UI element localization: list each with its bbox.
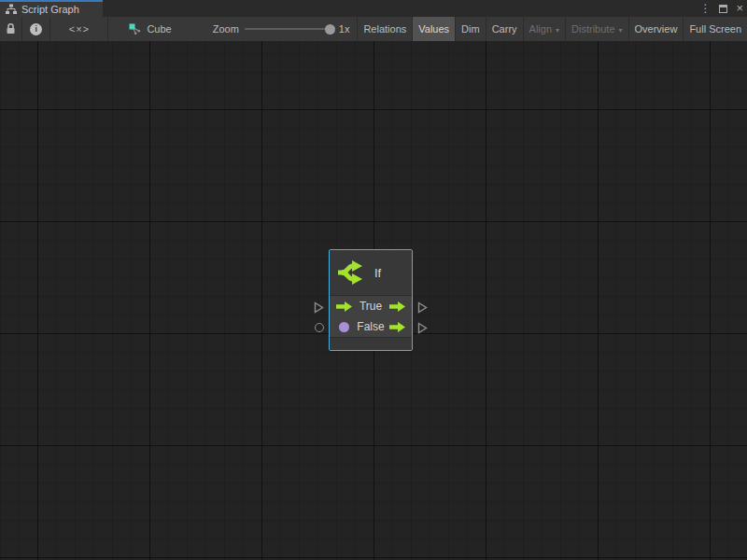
zoom-control: Zoom 1x: [205, 17, 358, 41]
close-icon[interactable]: ×: [736, 0, 743, 17]
full-screen-button[interactable]: Full Screen: [684, 17, 747, 41]
graph-canvas[interactable]: If True False: [0, 41, 747, 560]
outer-condition-circle[interactable]: [315, 323, 324, 332]
lock-icon: [6, 22, 16, 35]
window-menu-icon[interactable]: ⋮: [699, 0, 711, 17]
tab-bar: Script Graph ⋮ ×: [0, 0, 747, 17]
false-flow-output-port[interactable]: [389, 322, 405, 332]
outer-false-output-triangle[interactable]: [417, 322, 428, 334]
values-button[interactable]: Values: [413, 17, 455, 41]
graph-target-icon: [129, 23, 141, 35]
maximize-icon[interactable]: [719, 5, 727, 13]
if-node-header[interactable]: If: [330, 250, 412, 295]
tab-script-graph[interactable]: Script Graph: [0, 0, 103, 17]
port-row-true: True: [330, 296, 412, 316]
outer-flow-input-triangle[interactable]: [314, 301, 324, 314]
variables-toggle-button[interactable]: <×>: [50, 17, 107, 41]
carry-button[interactable]: Carry: [486, 17, 523, 41]
overview-button[interactable]: Overview: [629, 17, 684, 41]
graph-hierarchy-icon: [6, 4, 17, 15]
true-flow-output-port[interactable]: [389, 301, 405, 312]
toolbar-button-group: Relations Values Dim Carry Align ▾ Distr…: [357, 17, 747, 41]
distribute-button[interactable]: Distribute ▾: [566, 17, 627, 41]
dim-button[interactable]: Dim: [456, 17, 486, 41]
zoom-slider[interactable]: [245, 28, 333, 30]
zoom-label: Zoom: [213, 23, 239, 35]
align-button[interactable]: Align ▾: [524, 17, 565, 41]
node-title: If: [374, 266, 381, 280]
lock-button[interactable]: [0, 17, 21, 41]
graph-target[interactable]: Cube: [120, 17, 180, 41]
port-label-true: True: [356, 300, 386, 313]
outer-true-output-triangle[interactable]: [417, 301, 428, 314]
script-graph-window: Script Graph ⋮ × i <×>: [0, 0, 747, 560]
port-row-false: False: [330, 316, 412, 337]
toolbar-separator: [107, 17, 108, 41]
port-label-false: False: [356, 320, 386, 333]
if-node[interactable]: If True False: [329, 249, 413, 351]
branch-icon: [337, 259, 367, 286]
zoom-slider-handle[interactable]: [325, 24, 335, 35]
node-footer: [330, 338, 412, 350]
graph-toolbar: i <×> Cube Zoom 1x Relations: [0, 17, 747, 41]
window-controls: ⋮ ×: [699, 0, 743, 17]
info-icon: i: [30, 23, 42, 35]
zoom-level: 1x: [339, 23, 350, 35]
info-button[interactable]: i: [22, 17, 49, 41]
condition-value-port[interactable]: [339, 322, 349, 332]
tab-title: Script Graph: [21, 4, 79, 15]
flow-input-port[interactable]: [336, 301, 352, 312]
code-brackets-icon: <×>: [69, 23, 90, 35]
graph-target-label: Cube: [147, 23, 171, 35]
node-body: True False: [330, 296, 412, 337]
chevron-down-icon: ▾: [619, 26, 623, 35]
chevron-down-icon: ▾: [556, 26, 559, 35]
relations-button[interactable]: Relations: [358, 17, 412, 41]
